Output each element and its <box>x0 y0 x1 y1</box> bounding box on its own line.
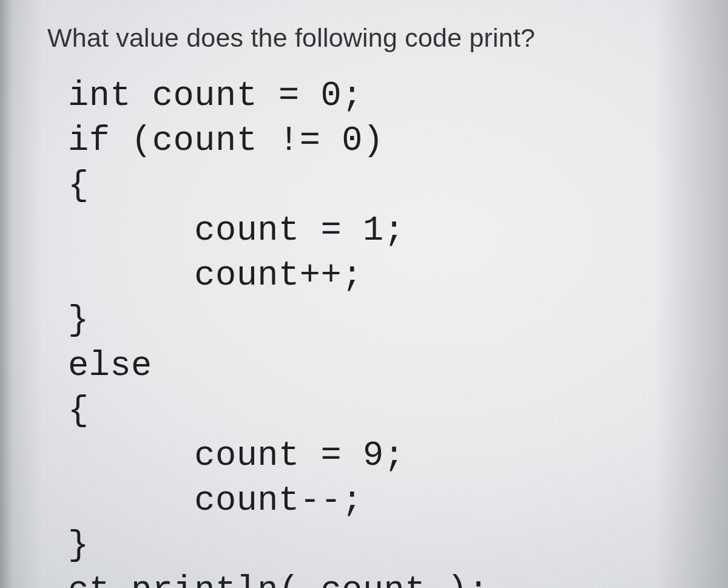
code-line-3: { <box>68 166 89 205</box>
code-line-12: ct.println( count ); <box>68 571 489 588</box>
code-line-1: int count = 0; <box>68 76 363 115</box>
code-snippet: int count = 0; if (count != 0) { count =… <box>47 73 704 588</box>
code-line-8: { <box>68 391 89 430</box>
code-line-7: else <box>68 346 152 385</box>
code-line-6: } <box>68 301 89 340</box>
question-text: What value does the following code print… <box>47 23 704 53</box>
code-line-5: count++; <box>68 256 363 295</box>
code-line-10: count--; <box>68 481 363 520</box>
code-line-9: count = 9; <box>68 436 405 475</box>
question-block: What value does the following code print… <box>0 0 728 588</box>
code-line-2: if (count != 0) <box>68 121 384 160</box>
code-line-11: } <box>68 526 89 565</box>
code-line-4: count = 1; <box>68 211 405 250</box>
